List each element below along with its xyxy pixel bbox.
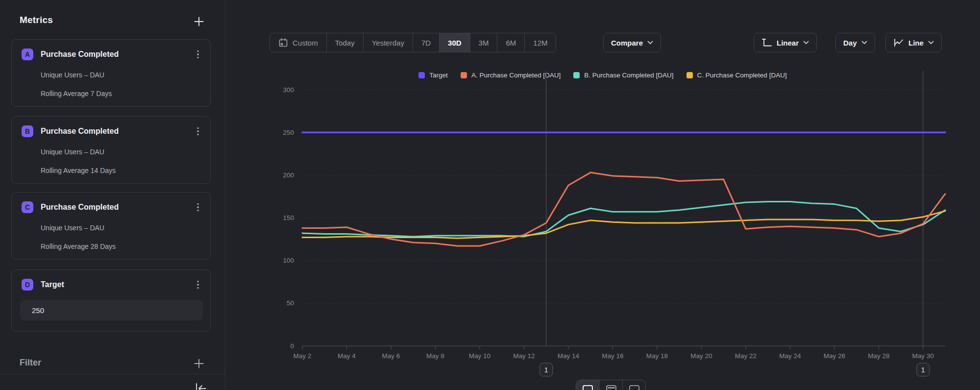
- svg-text:200: 200: [283, 171, 294, 179]
- metric-menu-button[interactable]: [192, 200, 204, 214]
- svg-text:May 2: May 2: [294, 352, 312, 360]
- collapse-left-icon: [193, 381, 208, 390]
- svg-text:May 26: May 26: [824, 352, 845, 360]
- view-toggle-table[interactable]: [599, 380, 622, 390]
- plus-icon: [194, 358, 204, 369]
- add-filter-button[interactable]: [192, 357, 206, 370]
- chart-panel-icon: [583, 385, 593, 390]
- metric-menu-button[interactable]: [192, 124, 204, 138]
- svg-text:0: 0: [290, 342, 294, 350]
- metric-menu-button[interactable]: [192, 278, 204, 292]
- svg-text:May 14: May 14: [558, 352, 580, 360]
- metric-title: Target: [41, 280, 64, 289]
- metric-menu-button[interactable]: [192, 48, 204, 61]
- metrics-sidebar: Metrics A Purchase Completed Unique User…: [0, 0, 225, 390]
- svg-text:May 28: May 28: [868, 352, 889, 360]
- view-toggle-chart[interactable]: [576, 380, 599, 390]
- svg-text:May 22: May 22: [735, 352, 757, 360]
- svg-text:May 18: May 18: [646, 352, 668, 360]
- filter-header: Filter: [20, 358, 41, 368]
- metric-measure: Unique Users – DAU: [41, 71, 104, 79]
- metric-transform: Rolling Average 28 Days: [41, 243, 116, 250]
- svg-text:May 16: May 16: [602, 352, 623, 360]
- metric-card-c[interactable]: C Purchase Completed Unique Users – DAU …: [11, 192, 211, 260]
- svg-text:250: 250: [283, 129, 294, 136]
- metric-card-b[interactable]: B Purchase Completed Unique Users – DAU …: [11, 116, 211, 184]
- compact-panel-icon: [629, 385, 639, 390]
- metric-transform: Rolling Average 7 Days: [41, 90, 112, 98]
- view-toggle-group: [576, 380, 646, 390]
- svg-text:May 4: May 4: [338, 352, 356, 360]
- svg-text:May 20: May 20: [690, 352, 712, 360]
- metrics-header: Metrics: [20, 15, 53, 25]
- metric-badge-b: B: [22, 125, 33, 137]
- svg-text:50: 50: [287, 299, 294, 307]
- svg-text:1: 1: [921, 366, 925, 374]
- svg-text:1: 1: [544, 366, 548, 374]
- view-toggle-compact[interactable]: [622, 380, 645, 390]
- add-metric-button[interactable]: [192, 15, 206, 28]
- metric-transform: Rolling Average 14 Days: [41, 167, 116, 174]
- metric-badge-c: C: [22, 201, 33, 213]
- svg-text:May 6: May 6: [382, 352, 400, 360]
- plus-icon: [194, 16, 204, 27]
- svg-text:300: 300: [283, 86, 294, 94]
- svg-text:May 12: May 12: [513, 352, 535, 360]
- svg-text:May 24: May 24: [779, 352, 801, 360]
- metric-measure: Unique Users – DAU: [41, 148, 104, 156]
- metric-card-d-target[interactable]: D Target: [11, 269, 211, 332]
- metric-measure: Unique Users – DAU: [41, 224, 104, 232]
- metric-title: Purchase Completed: [41, 127, 119, 136]
- target-value-input[interactable]: [20, 300, 203, 320]
- dashboard: { "sidebar": { "title": "Metrics", "card…: [0, 0, 980, 390]
- metric-title: Purchase Completed: [41, 203, 119, 212]
- metric-badge-d: D: [22, 279, 33, 291]
- svg-text:150: 150: [283, 214, 294, 221]
- sidebar-divider: [0, 374, 225, 374]
- metric-title: Purchase Completed: [41, 50, 119, 59]
- chart-canvas[interactable]: 05010015020025030011May 2May 4May 6May 8…: [225, 0, 980, 390]
- metric-card-a[interactable]: A Purchase Completed Unique Users – DAU …: [11, 39, 211, 107]
- svg-text:May 8: May 8: [426, 352, 444, 360]
- metric-badge-a: A: [22, 49, 33, 60]
- collapse-sidebar-button[interactable]: [192, 381, 209, 390]
- svg-text:May 30: May 30: [912, 352, 934, 360]
- table-panel-icon: [606, 385, 616, 390]
- svg-text:May 10: May 10: [469, 352, 490, 360]
- svg-text:100: 100: [283, 257, 294, 264]
